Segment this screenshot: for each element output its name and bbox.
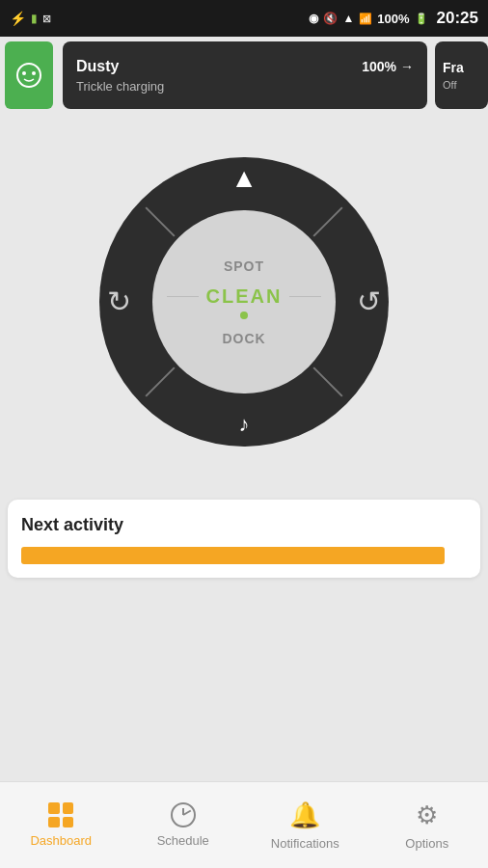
spot-label[interactable]: SPOT: [224, 258, 264, 274]
bell-icon: 🔔: [289, 800, 320, 830]
nav-label-options: Options: [405, 836, 448, 851]
separator-bl: [145, 366, 175, 396]
next-activity-title: Next activity: [21, 515, 467, 535]
svg-point-0: [17, 64, 41, 87]
usb-icon: ⚡: [10, 11, 26, 26]
clean-row[interactable]: CLEAN: [167, 285, 321, 308]
nav-item-notifications[interactable]: 🔔 Notifications: [252, 800, 358, 851]
separator-tl: [145, 206, 175, 236]
separator-tr: [312, 206, 342, 236]
clean-dot: [240, 312, 248, 319]
separator-br: [312, 366, 342, 396]
dock-label[interactable]: DOCK: [222, 331, 265, 346]
gear-icon: ⚙: [416, 800, 438, 830]
status-left-icons: ⚡ ▮ ⊠: [10, 11, 51, 26]
inner-circle: SPOT CLEAN DOCK: [152, 210, 336, 393]
nav-label-dashboard: Dashboard: [30, 833, 92, 848]
arrow-right-icon[interactable]: ↺: [357, 287, 381, 316]
arrow-up-icon[interactable]: ▲: [230, 165, 258, 192]
status-right-icons: ◉ 🔇 ▲ 📶 100% 🔋 20:25: [309, 9, 478, 28]
mute-icon: 🔇: [323, 12, 338, 25]
nav-item-schedule[interactable]: Schedule: [130, 802, 236, 848]
battery-icon: ▮: [31, 12, 38, 25]
device-name-dusty: Dusty 100% →: [76, 58, 414, 75]
clock-time: 20:25: [437, 9, 478, 28]
h-line-left: [167, 296, 199, 297]
status-bar: ⚡ ▮ ⊠ ◉ 🔇 ▲ 📶 100% 🔋 20:25: [0, 0, 488, 37]
next-activity-card: Next activity: [8, 500, 480, 578]
battery-arrow-icon: →: [400, 59, 414, 74]
robot-icon: [14, 61, 43, 90]
battery-percent: 100%: [377, 12, 409, 26]
eye-icon: ◉: [309, 12, 318, 25]
svg-point-2: [32, 71, 36, 75]
bottom-nav: Dashboard Schedule 🔔 Notifications ⚙ Opt…: [0, 781, 488, 868]
h-line-right: [289, 296, 321, 297]
wifi-icon: ▲: [342, 12, 354, 25]
device-icon-card: [5, 41, 53, 109]
schedule-icon: [171, 802, 196, 827]
control-wheel[interactable]: ▲ ↻ ↺ ♪ SPOT CLEAN DOCK: [99, 157, 389, 447]
device-card-fra[interactable]: Fra Off: [435, 41, 488, 109]
dashboard-icon: [48, 802, 73, 827]
control-area: ▲ ↻ ↺ ♪ SPOT CLEAN DOCK: [0, 114, 488, 490]
nav-label-schedule: Schedule: [157, 833, 209, 848]
arrow-left-icon[interactable]: ↻: [107, 287, 131, 316]
activity-progress-bar: [21, 547, 445, 564]
signal-icon2: ⊠: [42, 13, 51, 25]
svg-point-1: [22, 71, 26, 75]
device-status-dusty: Trickle charging: [76, 79, 414, 94]
nav-item-dashboard[interactable]: Dashboard: [8, 802, 114, 848]
nav-label-notifications: Notifications: [271, 836, 339, 851]
signal-icon: 📶: [359, 13, 372, 25]
device-status-fra: Off: [443, 79, 480, 91]
clean-label[interactable]: CLEAN: [206, 285, 283, 308]
device-name-fra: Fra: [443, 60, 480, 75]
device-card-dusty[interactable]: Dusty 100% → Trickle charging: [63, 41, 427, 109]
device-cards: Dusty 100% → Trickle charging Fra Off: [0, 37, 488, 114]
nav-item-options[interactable]: ⚙ Options: [374, 800, 480, 851]
battery-indicator-dusty: 100% →: [362, 59, 414, 74]
battery-full-icon: 🔋: [415, 13, 428, 25]
music-note-icon[interactable]: ♪: [239, 412, 250, 437]
